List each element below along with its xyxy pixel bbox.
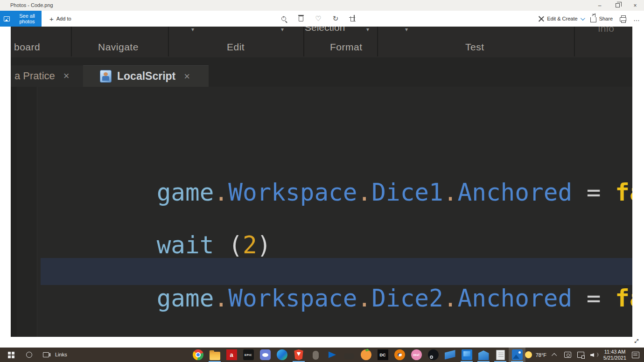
task-view-icon [43, 352, 49, 357]
taskbar-icon-movies-tv[interactable] [458, 348, 475, 362]
photos-toolbar: See all photos + Add to ♡ ↻ Edit & Creat… [0, 11, 644, 27]
taskbar-icon-blue-app[interactable] [441, 348, 458, 362]
action-center-icon[interactable] [632, 352, 639, 358]
taskbar-icon-brave[interactable] [290, 348, 307, 362]
add-to-button[interactable]: + Add to [45, 11, 76, 27]
tray-app-icon[interactable] [564, 352, 571, 358]
network-icon[interactable] [577, 352, 584, 358]
ribbon-section-selection: Selection [305, 27, 345, 33]
delete-icon[interactable] [297, 15, 305, 22]
ribbon-divider [574, 27, 575, 56]
crop-icon[interactable] [349, 15, 357, 22]
taskbar-icon-photos[interactable] [509, 348, 525, 362]
clock[interactable]: 11:43 AM 5/21/2021 [603, 349, 626, 361]
photos-icon [4, 16, 10, 21]
edit-create-label: Edit & Create [547, 16, 577, 21]
taskbar-icon-fl-studio[interactable] [357, 348, 374, 362]
zoom-icon[interactable] [280, 15, 287, 22]
start-button[interactable] [4, 348, 19, 362]
ribbon-section-format: Format [330, 42, 363, 53]
cortana-icon [26, 352, 32, 358]
weather-temperature[interactable]: 78°F [536, 352, 546, 358]
ribbon-divider [303, 27, 304, 56]
share-icon [590, 17, 596, 22]
taskbar-icon-chrome[interactable] [189, 348, 206, 362]
minimize-button[interactable]: – [591, 0, 609, 11]
taskbar-icon-ps-now[interactable] [324, 348, 341, 362]
ribbon-arrow-icon: ▾ [281, 27, 284, 33]
print-icon[interactable] [619, 15, 627, 22]
taskbar-icon-ms-blue-app[interactable] [475, 348, 492, 362]
photo-code-png[interactable]: Selection ▾ Info ▾ ▾ ▾ board Navigate Ed… [11, 27, 632, 337]
see-all-photos-label: See all photos [13, 13, 42, 24]
links-toolbar-label[interactable]: Links [55, 352, 67, 357]
taskbar-icon-steam[interactable] [425, 348, 441, 362]
ribbon-section-info: Info [598, 27, 614, 34]
restore-button[interactable] [609, 0, 626, 11]
ribbon-section-navigate: Navigate [98, 42, 139, 53]
taskbar-icon-davinci-resolve[interactable]: DC [374, 348, 391, 362]
center-tools: ♡ ↻ [280, 11, 357, 27]
add-to-label: Add to [56, 16, 71, 21]
photo-viewer: Selection ▾ Info ▾ ▾ ▾ board Navigate Ed… [0, 27, 644, 348]
code-editor[interactable]: game.Workspace.Dice1.Anchored = false wa… [11, 87, 632, 337]
ribbon-divider [71, 27, 72, 56]
show-hidden-icons-chevron[interactable] [552, 353, 557, 358]
tab-close-icon[interactable]: × [63, 70, 70, 82]
ribbon-arrow-icon: ▾ [191, 27, 194, 33]
taskbar: Links a EPIC DC osu! 78°F 11:43 AM 5/21/… [0, 348, 644, 362]
taskbar-icon-notepad[interactable] [492, 348, 509, 362]
edit-create-button[interactable]: Edit & Create [538, 16, 583, 22]
taskbar-icon-edge[interactable] [273, 348, 290, 362]
taskbar-icon-discord[interactable] [257, 348, 273, 362]
window-controls: – × [591, 0, 644, 11]
script-tabstrip: a Pratice × LocalScript × [11, 57, 632, 87]
taskbar-icon-epic-games[interactable]: EPIC [240, 348, 257, 362]
taskbar-icon-osu[interactable]: osu! [408, 348, 425, 362]
tray-time: 11:43 AM [603, 349, 626, 355]
close-icon: × [633, 2, 637, 9]
titlebar: Photos - Code.png – × [0, 0, 644, 11]
rotate-icon[interactable]: ↻ [332, 15, 339, 22]
ribbon-arrow-icon: ▾ [405, 27, 408, 33]
ribbon-section-clipboard: board [14, 42, 40, 53]
window-title: Photos - Code.png [10, 2, 53, 8]
editor-gutter [11, 87, 37, 337]
taskbar-icon-blender[interactable] [391, 348, 408, 362]
code-line-3: game.Workspace.Dice2.Anchored = false [42, 258, 632, 337]
cortana-button[interactable] [21, 348, 36, 362]
taskbar-icon-amd-radeon[interactable]: a [223, 348, 240, 362]
task-view-button[interactable] [38, 348, 53, 362]
ribbon-divider [168, 27, 169, 56]
restore-icon [616, 3, 620, 7]
tab-close-icon[interactable]: × [184, 70, 190, 83]
tab-label: a Pratice [14, 70, 55, 82]
windows-logo-icon [8, 352, 14, 358]
taskbar-icon-game-controller[interactable] [341, 348, 357, 362]
system-tray: 78°F 11:43 AM 5/21/2021 [525, 348, 644, 362]
close-button[interactable]: × [626, 0, 644, 11]
taskbar-icon-mouse[interactable] [307, 348, 324, 362]
ribbon-divider [377, 27, 378, 56]
weather-sun-icon[interactable] [525, 351, 532, 358]
volume-icon[interactable] [590, 352, 597, 358]
tab-localscript[interactable]: LocalScript × [83, 65, 209, 87]
localscript-icon [100, 70, 112, 83]
tab-a-pratice[interactable]: a Pratice × [11, 65, 83, 87]
studio-ribbon: Selection ▾ Info ▾ ▾ ▾ board Navigate Ed… [11, 27, 632, 57]
chevron-down-icon [581, 16, 585, 21]
taskbar-icon-file-explorer[interactable] [206, 348, 223, 362]
ribbon-section-edit: Edit [227, 42, 245, 53]
share-button[interactable]: Share [590, 15, 613, 22]
see-all-photos-button[interactable]: See all photos [0, 11, 42, 27]
minimize-icon: – [598, 2, 602, 9]
plus-icon: + [49, 15, 54, 23]
see-more-button[interactable]: … [633, 15, 640, 22]
favorite-heart-icon[interactable]: ♡ [315, 15, 322, 22]
right-tools: Edit & Create Share … [538, 11, 640, 27]
selection-arrow-icon: ▾ [366, 27, 369, 33]
taskbar-apps: a EPIC DC osu! [189, 348, 525, 362]
share-label: Share [599, 16, 613, 21]
ribbon-section-test: Test [465, 42, 484, 53]
edit-tools-icon [538, 16, 544, 22]
